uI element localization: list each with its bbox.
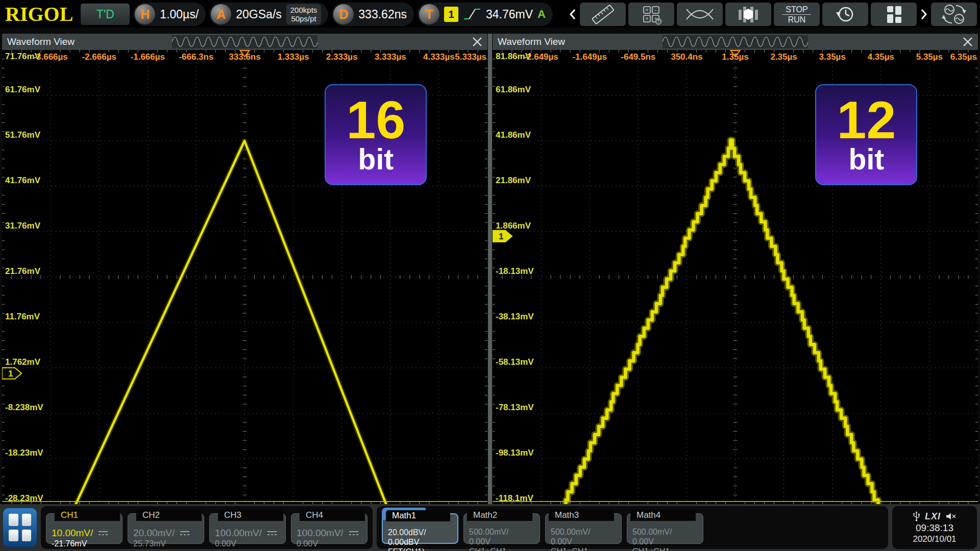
horizontal-scale-value: 1.00µs/ (160, 8, 199, 21)
x-axis-label: 1.35µs (722, 52, 748, 62)
x-axis-label: 333.6ns (229, 52, 260, 62)
channel-card-ch3[interactable]: CH3100.00mV/0.00V (209, 513, 286, 544)
eye-diagram-button[interactable] (677, 3, 723, 26)
mask-test-icon (736, 5, 761, 24)
svg-text:+: + (645, 7, 648, 13)
toolbar-scroll-right-button[interactable] (919, 3, 928, 26)
panel-title: Waveform View (2, 36, 75, 47)
channel-card-ch4[interactable]: CH4100.00mV/0.00V (291, 513, 368, 544)
math-scale-value: 500.00mV/ (551, 528, 616, 537)
y-axis-label: 81.86mV (496, 52, 531, 62)
math-operations-icon: + - × ÷ M (640, 4, 663, 25)
acquire-key-icon: A (211, 4, 231, 24)
channel1-offset-marker[interactable]: 1 (493, 231, 512, 242)
svg-text:-: - (655, 7, 657, 13)
waveform-panel-12bit: Waveform View 1 12 bit -2.649µs-1.649µs-… (493, 34, 978, 504)
memory-depth-box: 200kpts 50ps/pt (286, 4, 322, 24)
clock-time: 09:38:13 (916, 522, 953, 534)
delay-pill[interactable]: D 333.62ns (332, 3, 414, 26)
stop-run-button[interactable]: STOP RUN (774, 3, 820, 26)
card-tab-label: CH4 (300, 510, 365, 521)
stop-run-label: STOP RUN (782, 5, 811, 24)
card-tab-label: Math4 (630, 510, 696, 521)
x-axis-label: 3.35µs (819, 52, 846, 62)
chevron-right-icon (920, 8, 927, 20)
math-expression: CH1+CH1 (469, 546, 534, 551)
menu-button[interactable] (3, 508, 37, 547)
source-swap-button[interactable] (931, 3, 977, 26)
x-axis-label: -1.666µs (131, 52, 165, 62)
bottom-channel-bar: CH110.00mV/-21.76mVCH220.00mV/25.73mVCH3… (0, 504, 980, 551)
x-axis-label: -666.3ns (179, 52, 213, 62)
waveform-plot-12bit[interactable]: 1 12 bit -2.649µs-1.649µs-649.5ns350.4ns… (493, 50, 978, 504)
y-axis-label: 21.86mV (496, 176, 531, 186)
measure-button[interactable] (580, 3, 626, 26)
mask-test-button[interactable] (725, 3, 771, 26)
channel-offset-value: 0.00V (215, 539, 280, 548)
math-card-math3[interactable]: Math3500.00mV/0.00VCH1+CH1 (545, 513, 622, 544)
y-axis-label: -28.23mV (5, 493, 43, 504)
y-axis-label: 41.86mV (496, 130, 531, 140)
math-expression: FFT(CH1) (388, 547, 452, 551)
card-tab-label: CH3 (218, 510, 283, 521)
channel-offset-value: 0.00V (297, 539, 362, 548)
y-axis-label: 21.76mV (5, 266, 40, 277)
channel-offset-value: 25.73mV (133, 539, 199, 548)
memory-depth-value: 200kpts (290, 6, 317, 14)
menu-grid-icon (22, 514, 32, 526)
channel-card-ch1[interactable]: CH110.00mV/-21.76mV (46, 513, 122, 544)
math-card-math2[interactable]: Math2500.00mV/0.00VCH1+CH1 (463, 513, 540, 544)
chevron-left-icon (569, 8, 576, 20)
math-card-group: Math120.00dBV/0.00dBVFFT(CH1)Math2500.00… (377, 506, 888, 549)
menu-grid-icon (9, 514, 18, 526)
math-button[interactable]: + - × ÷ M (628, 3, 674, 26)
svg-text:1: 1 (8, 369, 13, 379)
acquire-pill[interactable]: A 20GSa/s 200kpts 50ps/pt (209, 3, 328, 26)
math-card-math1[interactable]: Math120.00dBV/0.00dBVFFT(CH1) (382, 513, 458, 544)
delay-key-icon: D (333, 4, 354, 24)
panel-divider[interactable] (488, 34, 492, 504)
dc-coupling-icon (349, 530, 359, 536)
y-axis-label: 31.76mV (5, 221, 40, 231)
waveform-plot-16bit[interactable]: 1 16 bit -3.666µs-2.666µs-1.666µs-666.3n… (2, 50, 487, 504)
trigger-pill[interactable]: T 1 34.76mV A (418, 3, 553, 26)
x-axis-label: 2.333µs (326, 52, 358, 62)
close-icon (963, 37, 973, 47)
channel-card-group: CH110.00mV/-21.76mVCH220.00mV/25.73mVCH3… (41, 506, 373, 549)
y-axis-label: -18.23mV (5, 448, 43, 458)
math-scale-value: 20.00dBV/ (388, 528, 452, 537)
y-axis-label: -8.238mV (5, 403, 43, 413)
waveform-overview-strip[interactable] (172, 35, 317, 48)
trigger-status-button[interactable]: T'D (81, 4, 130, 25)
channel-offset-value: -21.76mV (52, 539, 117, 548)
waveform-overview-strip[interactable] (663, 35, 808, 48)
window-layout-button[interactable] (871, 3, 917, 26)
rising-edge-icon (463, 7, 481, 22)
horizontal-scale-pill[interactable]: H 1.00µs/ (133, 3, 206, 26)
channel-card-ch2[interactable]: CH220.00mV/25.73mV (128, 513, 204, 544)
math-offset-value: 0.00V (632, 537, 698, 546)
channel1-offset-marker[interactable]: 1 (2, 368, 21, 379)
math-offset-value: 0.00dBV (388, 537, 452, 547)
math-card-math4[interactable]: Math4500.00mV/0.00VCH1+CH1 (627, 513, 703, 544)
y-axis-label: -38.13mV (496, 312, 534, 322)
horizontal-key-icon: H (135, 4, 155, 24)
toolbar-scroll-left-button[interactable] (568, 3, 577, 26)
bit-depth-badge-16: 16 bit (325, 84, 427, 185)
history-button[interactable] (822, 3, 868, 26)
menu-grid-icon (9, 530, 18, 542)
trigger-key-icon: T (419, 4, 439, 24)
menu-grid-icon (22, 530, 32, 542)
close-panel-button[interactable] (961, 35, 975, 49)
x-axis-label: -2.666µs (82, 52, 116, 62)
y-axis-label: -78.13mV (496, 403, 534, 413)
x-axis-label: 6.35µs (950, 52, 977, 62)
bit-depth-badge-12: 12 bit (815, 84, 917, 185)
panel-header: Waveform View (493, 34, 978, 50)
overview-sine-icon (663, 35, 808, 48)
trigger-level-value: 34.76mV (486, 8, 533, 21)
dc-coupling-icon (267, 530, 277, 536)
math-scale-value: 500.00mV/ (632, 528, 698, 537)
measure-ruler-icon (589, 4, 617, 25)
close-panel-button[interactable] (470, 35, 484, 49)
